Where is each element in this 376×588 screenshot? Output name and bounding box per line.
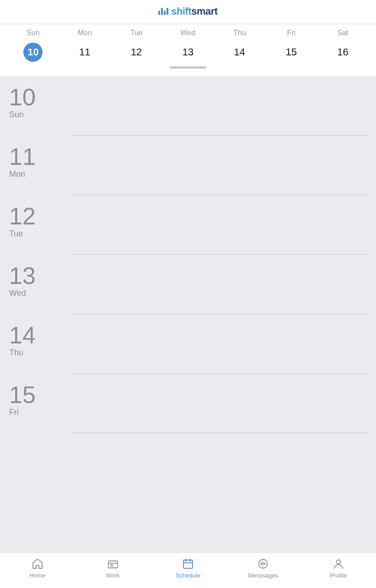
day-num-14: 14 bbox=[9, 323, 36, 347]
date-cell-14[interactable]: 14 bbox=[214, 42, 265, 63]
schedule-row-14: 14 Thu bbox=[0, 314, 376, 374]
day-events-10 bbox=[55, 85, 369, 89]
logo-bar-2 bbox=[161, 8, 163, 15]
date-cell-16[interactable]: 16 bbox=[317, 42, 369, 63]
nav-item-home[interactable]: Home bbox=[0, 557, 75, 579]
date-cell-10[interactable]: 10 bbox=[7, 42, 59, 63]
date-number-13: 13 bbox=[178, 43, 198, 62]
nav-item-work[interactable]: Work bbox=[75, 557, 150, 579]
day-label-fri: Fri bbox=[265, 29, 317, 37]
schedule-row-12: 12 Tue bbox=[0, 195, 376, 255]
date-number-12: 12 bbox=[127, 43, 146, 62]
logo-bar-1 bbox=[158, 11, 160, 15]
day-num-15: 15 bbox=[9, 383, 36, 407]
logo-bar-4 bbox=[167, 8, 168, 15]
date-number-11: 11 bbox=[75, 43, 94, 62]
day-label-mon: Mon bbox=[59, 29, 111, 37]
profile-icon bbox=[332, 557, 345, 570]
scroll-indicator bbox=[7, 63, 369, 71]
day-events-12 bbox=[55, 204, 369, 208]
day-label-sat: Sat bbox=[317, 29, 369, 37]
schedule-list[interactable]: 10 Sun 11 Mon 12 Tue 13 Wed bbox=[0, 76, 376, 552]
day-block-12: 12 Tue bbox=[9, 204, 55, 239]
date-cell-13[interactable]: 13 bbox=[162, 42, 214, 63]
bottom-nav: Home Work Sche bbox=[0, 552, 376, 588]
day-events-14 bbox=[55, 323, 369, 327]
nav-label-schedule: Schedule bbox=[176, 572, 200, 579]
day-label-tue: Tue bbox=[111, 29, 162, 37]
date-cell-15[interactable]: 15 bbox=[265, 42, 317, 63]
svg-rect-4 bbox=[183, 560, 193, 568]
week-date-row: 10 11 12 13 14 15 16 bbox=[7, 42, 369, 63]
nav-label-home: Home bbox=[30, 572, 46, 579]
nav-label-work: Work bbox=[106, 572, 120, 579]
day-block-10: 10 Sun bbox=[9, 85, 55, 120]
day-name-15: Fri bbox=[9, 408, 19, 417]
day-events-13 bbox=[55, 264, 369, 267]
schedule-row-15: 15 Fri bbox=[0, 374, 376, 433]
day-num-13: 13 bbox=[9, 264, 36, 288]
day-label-sun: Sun bbox=[7, 29, 59, 37]
svg-point-9 bbox=[336, 560, 340, 564]
date-cell-11[interactable]: 11 bbox=[59, 42, 111, 63]
day-name-11: Mon bbox=[9, 169, 25, 179]
messages-icon bbox=[257, 557, 269, 570]
date-number-15: 15 bbox=[282, 43, 301, 62]
nav-item-schedule[interactable]: Schedule bbox=[150, 557, 226, 579]
app-header: shiftsmart bbox=[0, 0, 376, 24]
day-name-14: Thu bbox=[9, 348, 23, 358]
app-container: shiftsmart Sun Mon Tue Wed Thu Fri Sat 1… bbox=[0, 0, 376, 588]
logo-smart: smart bbox=[191, 5, 217, 17]
day-num-11: 11 bbox=[9, 145, 36, 169]
day-label-wed: Wed bbox=[162, 29, 214, 37]
work-icon bbox=[107, 557, 119, 570]
day-block-15: 15 Fri bbox=[9, 383, 55, 417]
day-events-15 bbox=[55, 383, 369, 387]
date-number-14: 14 bbox=[230, 43, 249, 62]
scroll-pill bbox=[170, 66, 206, 69]
day-name-10: Sun bbox=[9, 110, 24, 120]
day-num-12: 12 bbox=[9, 204, 36, 228]
nav-label-messages: Messsages bbox=[248, 572, 279, 579]
schedule-icon bbox=[182, 557, 194, 570]
day-num-10: 10 bbox=[9, 85, 36, 109]
calendar-header: Sun Mon Tue Wed Thu Fri Sat 10 11 12 13 … bbox=[0, 24, 376, 76]
logo-bar-3 bbox=[164, 11, 166, 15]
day-name-12: Tue bbox=[9, 229, 23, 239]
schedule-row-13: 13 Wed bbox=[0, 255, 376, 314]
date-cell-12[interactable]: 12 bbox=[111, 42, 162, 63]
day-label-thu: Thu bbox=[214, 29, 265, 37]
week-day-labels: Sun Mon Tue Wed Thu Fri Sat bbox=[7, 29, 369, 37]
nav-label-profile: Profile bbox=[330, 572, 347, 579]
nav-item-profile[interactable]: Profile bbox=[301, 557, 376, 579]
svg-rect-0 bbox=[108, 561, 118, 568]
schedule-row-11: 11 Mon bbox=[0, 136, 376, 195]
schedule-row-10: 10 Sun bbox=[0, 76, 376, 136]
day-name-13: Wed bbox=[9, 289, 26, 298]
day-block-14: 14 Thu bbox=[9, 323, 55, 358]
logo-shift: shift bbox=[171, 5, 191, 17]
day-events-11 bbox=[55, 145, 369, 148]
svg-point-8 bbox=[259, 560, 268, 568]
date-number-16: 16 bbox=[333, 43, 353, 62]
logo-text: shiftsmart bbox=[171, 5, 217, 17]
nav-item-messages[interactable]: Messsages bbox=[226, 557, 301, 579]
day-block-11: 11 Mon bbox=[9, 145, 55, 179]
date-number-10: 10 bbox=[23, 43, 43, 62]
home-icon bbox=[31, 557, 44, 570]
day-block-13: 13 Wed bbox=[9, 264, 55, 298]
logo-icon bbox=[158, 8, 168, 15]
app-logo: shiftsmart bbox=[158, 5, 217, 24]
